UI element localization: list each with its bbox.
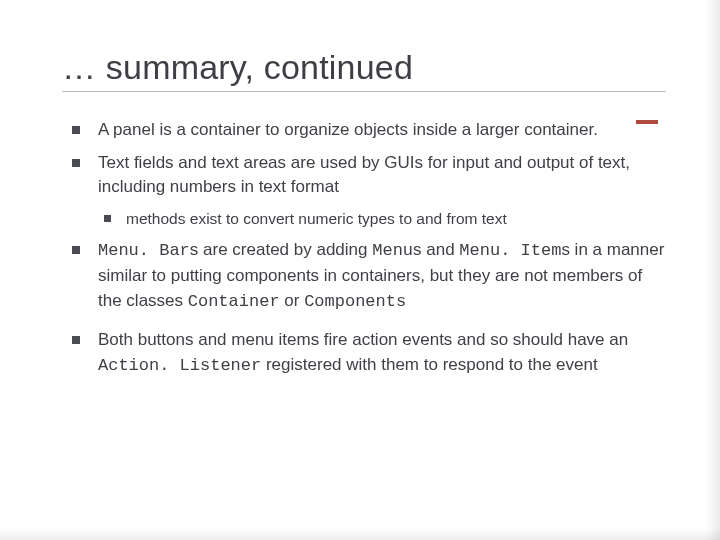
bullet-text: or <box>280 291 305 310</box>
bullet-text: methods exist to convert numeric types t… <box>126 210 507 227</box>
bullet-item: A panel is a container to organize objec… <box>66 118 666 143</box>
slide-body: A panel is a container to organize objec… <box>62 118 666 379</box>
slide-title: … summary, continued <box>62 48 413 87</box>
code-text: Menu <box>372 241 413 260</box>
code-text: Container <box>188 292 280 311</box>
bullet-text: Both buttons and menu items fire action … <box>98 330 628 349</box>
bullet-item: Text fields and text areas are used by G… <box>66 151 666 200</box>
bullet-text: A panel is a container to organize objec… <box>98 120 598 139</box>
code-text: Menu. Item <box>459 241 561 260</box>
edge-shadow-bottom <box>0 528 720 540</box>
code-text: Components <box>304 292 406 311</box>
code-text: Action. Listener <box>98 356 261 375</box>
bullet-list: A panel is a container to organize objec… <box>66 118 666 379</box>
code-text: Menu. Bar <box>98 241 190 260</box>
bullet-item: Both buttons and menu items fire action … <box>66 328 666 378</box>
bullet-text: s are created by adding <box>190 240 372 259</box>
bullet-text: Text fields and text areas are used by G… <box>98 153 630 197</box>
bullet-item: Menu. Bars are created by adding Menus a… <box>66 238 666 314</box>
edge-shadow-right <box>706 0 720 540</box>
slide: … summary, continued A panel is a contai… <box>0 0 720 379</box>
bullet-text: registered with them to respond to the e… <box>261 355 597 374</box>
sub-bullet-item: methods exist to convert numeric types t… <box>66 208 666 230</box>
bullet-text: s and <box>413 240 459 259</box>
title-row: … summary, continued <box>62 48 666 92</box>
